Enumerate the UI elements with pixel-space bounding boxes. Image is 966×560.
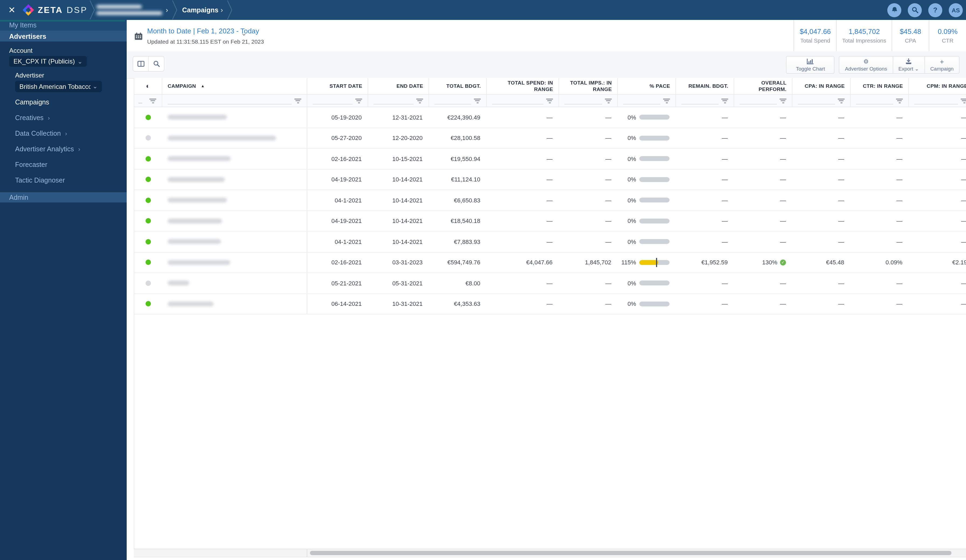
- filter-cell-remain[interactable]: [676, 95, 734, 106]
- filter-cell-spend[interactable]: [487, 95, 559, 106]
- help-icon[interactable]: ?: [928, 3, 942, 17]
- sidebar-item-data-collection[interactable]: Data Collection›: [0, 128, 127, 139]
- chevron-right-icon: ›: [166, 6, 168, 14]
- filter-dash: [138, 103, 142, 103]
- table-row[interactable]: 06-14-202110-31-2021€4,353.63——0%—————: [134, 294, 966, 314]
- cell-ctr: —: [851, 211, 909, 231]
- column-header-imps[interactable]: TOTAL IMPS.: IN RANGE: [559, 78, 618, 94]
- breadcrumb-account-redacted[interactable]: [96, 0, 164, 20]
- cell-pace: 0%: [618, 169, 676, 190]
- column-header-campaign[interactable]: CAMPAIGN▲: [162, 78, 307, 94]
- column-header-cpm[interactable]: CPM: IN RANGE: [909, 78, 966, 94]
- column-header-ctr[interactable]: CTR: IN RANGE: [851, 78, 909, 94]
- filter-cell-ctr[interactable]: [851, 95, 909, 106]
- sidebar-item-campaigns[interactable]: Campaigns: [0, 97, 127, 108]
- advertiser-select[interactable]: British American Tobacco B... ⌄: [15, 81, 102, 92]
- filter-icon: [605, 98, 612, 103]
- cell-imps: —: [559, 273, 618, 293]
- cell-status: [134, 190, 162, 210]
- table-row[interactable]: 04-19-202110-14-2021€18,540.18——0%—————: [134, 211, 966, 231]
- notifications-bell-icon[interactable]: [887, 3, 901, 17]
- avatar[interactable]: AS: [949, 3, 963, 17]
- chevron-down-icon: ⌄: [77, 58, 82, 65]
- column-header-pace[interactable]: % PACE: [618, 78, 676, 94]
- cell-perform: —: [734, 128, 792, 148]
- toggle-chart-button[interactable]: Toggle Chart: [786, 56, 835, 74]
- cell-pace: 0%: [618, 128, 676, 148]
- cell-remain: €1,952.59: [676, 252, 734, 272]
- table-row[interactable]: 02-16-202103-31-2023€594,749.76€4,047.66…: [134, 252, 966, 273]
- cell-campaign: [162, 294, 307, 314]
- campaign-name-redacted[interactable]: [168, 239, 221, 244]
- campaign-name-redacted[interactable]: [168, 156, 231, 161]
- cell-campaign: [162, 231, 307, 252]
- column-header-end[interactable]: END DATE: [368, 78, 429, 94]
- column-header-budget[interactable]: TOTAL BDGT.: [429, 78, 487, 94]
- table-row[interactable]: 02-16-202110-15-2021€19,550.94——0%—————: [134, 149, 966, 169]
- close-icon[interactable]: ✕: [7, 5, 17, 15]
- scrollbar-thumb[interactable]: [310, 551, 951, 555]
- filter-cell-cpa[interactable]: [792, 95, 851, 106]
- table-row[interactable]: 04-1-202110-14-2021€7,883.93——0%—————: [134, 231, 966, 252]
- campaign-name-redacted[interactable]: [168, 260, 230, 265]
- stat-label: Total Spend: [800, 37, 830, 44]
- cell-cpa: —: [792, 231, 851, 252]
- stat-label: CTR: [942, 37, 953, 44]
- campaign-name-redacted[interactable]: [168, 198, 227, 203]
- campaign-name-redacted[interactable]: [168, 177, 225, 182]
- cell-budget: €8.00: [429, 273, 487, 293]
- search-icon[interactable]: [908, 3, 922, 17]
- sidebar-item-tactic-diagnoser[interactable]: Tactic Diagnoser: [0, 175, 127, 186]
- chevron-right-icon: ›: [65, 130, 67, 137]
- filter-cell-campaign[interactable]: [162, 95, 307, 106]
- cell-budget: €594,749.76: [429, 252, 487, 272]
- table-row[interactable]: 04-1-202110-14-2021€6,650.83——0%—————: [134, 190, 966, 211]
- sidebar-item-advertisers[interactable]: Advertisers: [0, 31, 127, 41]
- sidebar-item-forecaster[interactable]: Forecaster: [0, 159, 127, 170]
- sidebar-item-admin[interactable]: Admin: [0, 192, 127, 203]
- column-header-start[interactable]: START DATE: [307, 78, 368, 94]
- column-header-perform[interactable]: OVERALL PERFORM.: [734, 78, 792, 94]
- filter-cell-cpm[interactable]: [909, 95, 966, 106]
- campaign-name-redacted[interactable]: [168, 115, 227, 120]
- summary-stats: $4,047.66Total Spend1,845,702Total Impre…: [794, 20, 966, 51]
- column-header-remain[interactable]: REMAIN. BDGT.: [676, 78, 734, 94]
- cell-pace: 0%: [618, 211, 676, 231]
- campaign-name-redacted[interactable]: [168, 136, 276, 141]
- status-dot-active: [146, 198, 151, 203]
- sidebar-item-label: Creatives: [15, 114, 44, 122]
- filter-cell-budget[interactable]: [429, 95, 487, 106]
- column-header-cpa[interactable]: CPA: IN RANGE: [792, 78, 851, 94]
- add-campaign-button[interactable]: + Campaign: [925, 56, 959, 74]
- sidebar-item-creatives[interactable]: Creatives›: [0, 113, 127, 123]
- cell-imps: —: [559, 169, 618, 190]
- export-button[interactable]: Export ⌄: [893, 56, 925, 74]
- search-icon[interactable]: [148, 57, 164, 71]
- campaign-name-redacted[interactable]: [168, 281, 189, 286]
- columns-icon[interactable]: [133, 57, 148, 71]
- filter-cell-pace[interactable]: [618, 95, 676, 106]
- campaign-name-redacted[interactable]: [168, 219, 222, 223]
- stat-value: 0.09%: [938, 28, 958, 36]
- column-header-label: END DATE: [396, 83, 423, 89]
- account-select[interactable]: EK_CPX IT (Publicis) ⌄: [9, 56, 87, 67]
- column-header-spend[interactable]: TOTAL SPEND: IN RANGE: [487, 78, 559, 94]
- breadcrumb-campaigns[interactable]: Campaigns: [182, 6, 219, 14]
- table-row[interactable]: 05-27-202012-20-2020€28,100.58——0%—————: [134, 128, 966, 149]
- filter-cell-perform[interactable]: [734, 95, 792, 106]
- campaign-name-redacted[interactable]: [168, 301, 214, 306]
- filter-cell-status[interactable]: [134, 95, 162, 106]
- sidebar-item-advertiser-analytics[interactable]: Advertiser Analytics›: [0, 144, 127, 154]
- column-header-status[interactable]: ◐: [134, 78, 162, 94]
- sidebar-item-my-items[interactable]: My Items: [0, 20, 127, 31]
- table-row[interactable]: 05-19-202012-31-2021€224,390.49——0%—————: [134, 107, 966, 128]
- advertiser-options-button[interactable]: ⚙ Advertiser Options: [839, 56, 893, 74]
- pace-value: 0%: [628, 176, 636, 183]
- pace-value: 0%: [628, 197, 636, 203]
- table-row[interactable]: 05-21-202105-31-2021€8.00——0%—————: [134, 273, 966, 294]
- chevron-down-icon[interactable]: ⌄: [241, 29, 247, 37]
- filter-cell-imps[interactable]: [559, 95, 618, 106]
- filter-cell-end[interactable]: [368, 95, 429, 106]
- table-row[interactable]: 04-19-202110-14-2021€11,124.10——0%—————: [134, 169, 966, 190]
- filter-cell-start[interactable]: [307, 95, 368, 106]
